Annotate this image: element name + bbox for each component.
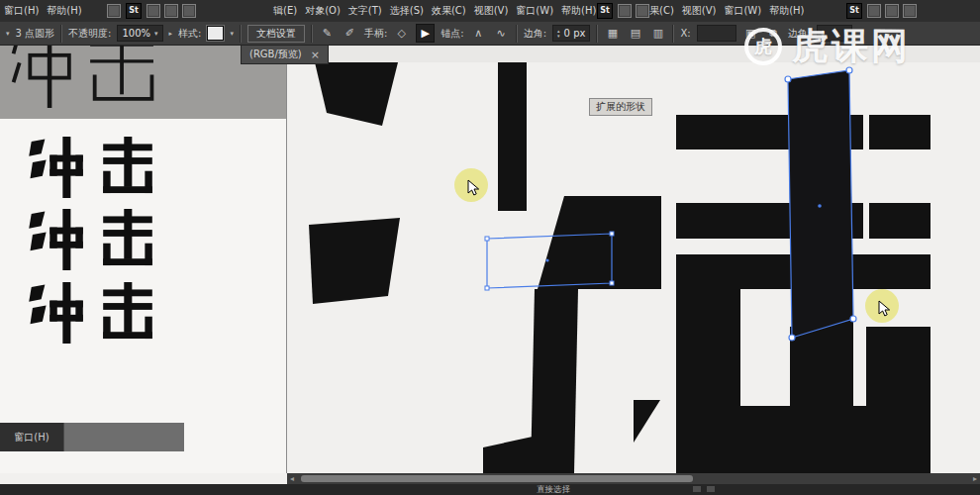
window-menu-button[interactable]: 窗口(H): [0, 423, 63, 451]
chevron-down-icon[interactable]: ▾: [6, 30, 10, 38]
ji-second-bar-right[interactable]: [869, 203, 931, 239]
pencil-icon[interactable]: ✐: [342, 25, 358, 42]
thin-chong-ji-glyphs: [6, 45, 156, 108]
chevron-right-icon[interactable]: ▸: [169, 30, 173, 38]
bold-ji-glyph[interactable]: [97, 209, 158, 270]
menu-icons-3: St: [843, 0, 919, 22]
pen-icon[interactable]: ✎: [319, 25, 336, 42]
menu-item-window[interactable]: 窗口(H): [0, 0, 43, 22]
align-rows-icon[interactable]: ▤: [627, 25, 643, 42]
corner-radius-input[interactable]: ▴▾ 0 px: [552, 25, 590, 42]
chong-vertical-bottom[interactable]: [531, 289, 578, 473]
menu-item-window2[interactable]: 窗口(W): [512, 0, 557, 22]
align-columns-icon[interactable]: ▥: [649, 25, 666, 42]
menu-item-edit[interactable]: 辑(E): [269, 0, 301, 22]
menu-group-mid: 辑(E) 对象(O) 文字(T) 选择(S) 效果(C) 视图(V) 窗口(W)…: [269, 0, 600, 22]
bold-chong-glyph[interactable]: [28, 137, 89, 198]
menu-item-type[interactable]: 文字(T): [344, 0, 386, 22]
chevron-down-icon: ▾: [154, 30, 158, 38]
anchors-label: 锚点:: [441, 27, 463, 41]
convert-anchor-corner-icon[interactable]: ∧: [470, 25, 487, 42]
horizontal-scrollbar[interactable]: ◂ ▸: [287, 473, 980, 484]
panel-dropdown[interactable]: [63, 423, 184, 451]
grid-icon[interactable]: [618, 4, 632, 18]
scrollbar-thumb[interactable]: [301, 475, 693, 482]
chong-bottom-fragment[interactable]: [483, 437, 533, 473]
menu-item-help[interactable]: 帮助(H): [43, 0, 85, 22]
main-canvas[interactable]: 冲 击: [287, 62, 980, 473]
align-grid-icon[interactable]: ▦: [604, 25, 621, 42]
scroll-right-icon[interactable]: ▸: [973, 473, 977, 484]
app-icon-st[interactable]: St: [126, 3, 142, 19]
toolbar-divider: [672, 25, 674, 43]
watermark-logo-icon: 虎: [744, 28, 782, 65]
text-row-1: 冲击: [0, 119, 1, 120]
scroll-left-icon[interactable]: ◂: [290, 473, 294, 484]
document-setup-button[interactable]: 文档设置: [247, 25, 305, 43]
menu-item-object[interactable]: 对象(O): [301, 0, 344, 22]
beaker-icon[interactable]: [182, 4, 196, 18]
toolbar-divider: [60, 25, 62, 43]
x-coordinate-input[interactable]: [697, 25, 736, 42]
menu-item-window3[interactable]: 窗口(W): [720, 0, 765, 22]
bold-chong-glyph[interactable]: [28, 209, 89, 270]
selected-skewed-stroke[interactable]: [788, 70, 853, 338]
menu-item-select[interactable]: 选择(S): [386, 0, 428, 22]
app-icon-st[interactable]: St: [846, 3, 862, 19]
document-tab[interactable]: (RGB/预览) ×: [241, 45, 329, 64]
grid-icon[interactable]: [867, 4, 881, 18]
panel-layout-icon[interactable]: [885, 4, 899, 18]
bold-ji-glyph[interactable]: [97, 282, 158, 344]
app-icon-st[interactable]: St: [597, 3, 613, 19]
columns-icon[interactable]: [164, 4, 178, 18]
corner-label: 边角:: [524, 27, 546, 41]
menu-icons-1: St: [105, 0, 198, 22]
menu-item-help3[interactable]: 帮助(H): [765, 0, 808, 22]
x-coordinate-label: X:: [680, 28, 690, 39]
hide-handles-icon[interactable]: ▶: [416, 24, 435, 43]
tooltip: 扩展的形状: [589, 98, 652, 116]
menu-item-view2[interactable]: 视图(V): [678, 0, 721, 22]
menu-item-effect[interactable]: 效果(C): [428, 0, 470, 22]
convert-anchor-smooth-icon[interactable]: ∿: [493, 25, 510, 42]
left-artboard: 冲击 冲击 冲击: [0, 119, 287, 473]
bold-chong-glyph[interactable]: [28, 282, 89, 344]
shape-name-label: 3 点圆形: [16, 27, 55, 41]
status-bar: 直接选择: [0, 484, 980, 495]
style-label: 样式:: [178, 27, 201, 41]
menu-group-left: 窗口(H) 帮助(H): [0, 0, 86, 22]
ji-bottom-bar[interactable]: [676, 406, 931, 473]
chong-left-lower-stroke[interactable]: [309, 218, 400, 304]
opacity-input[interactable]: 100%▾: [117, 25, 162, 42]
text-row-3: 冲击: [0, 119, 1, 120]
text-row-2: 冲击: [0, 119, 1, 120]
toolbar-divider: [311, 25, 313, 43]
watermark-text: 虎课网: [792, 22, 911, 71]
bold-ji-glyph[interactable]: [97, 137, 158, 198]
stepper-icon[interactable]: ▴▾: [557, 29, 560, 39]
ji-top-bar-right[interactable]: [869, 115, 931, 149]
menu-item-effect2[interactable]: 果(C): [645, 0, 678, 22]
chong-corner-fragment[interactable]: [634, 400, 660, 443]
chong-vertical-top[interactable]: [498, 62, 527, 211]
status-icon[interactable]: [693, 486, 701, 492]
chong-box-chunk[interactable]: [538, 196, 661, 289]
menu-bar: 窗口(H) 帮助(H) St 辑(E) 对象(O) 文字(T) 选择(S) 效果…: [0, 0, 980, 23]
canvas-artwork: [287, 62, 980, 473]
panel-layout-icon[interactable]: [147, 4, 160, 18]
bottom-left-panel: 窗口(H): [0, 423, 184, 451]
menu-item-view[interactable]: 视图(V): [470, 0, 513, 22]
status-icon[interactable]: [707, 486, 715, 492]
toolbar-divider: [596, 25, 598, 43]
close-icon[interactable]: ×: [311, 49, 320, 61]
watermark: 虎 虎课网: [744, 22, 911, 71]
chong-top-left-stroke[interactable]: [315, 62, 398, 126]
grid-icon[interactable]: [107, 4, 121, 18]
chevron-down-icon[interactable]: ▾: [230, 30, 234, 38]
handles-label: 手柄:: [364, 27, 387, 41]
menu-icons-2: St: [594, 0, 651, 22]
active-tool-label: 直接选择: [537, 484, 570, 495]
style-swatch[interactable]: [207, 26, 224, 41]
columns-icon[interactable]: [903, 4, 917, 18]
show-handles-icon[interactable]: ◇: [393, 25, 410, 42]
